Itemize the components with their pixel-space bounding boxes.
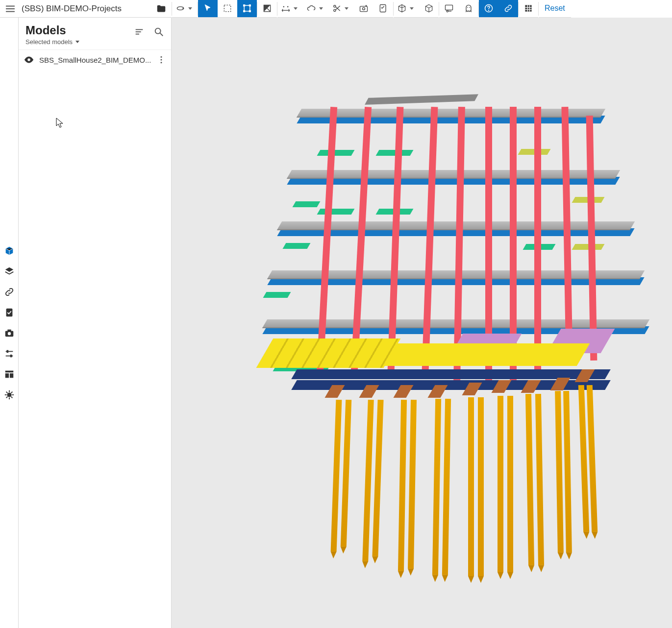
folder-icon[interactable] (156, 3, 167, 14)
rail-layers-icon[interactable] (2, 265, 16, 278)
svg-line-49 (6, 397, 7, 398)
area-select-button[interactable] (218, 0, 237, 18)
rail-clipboard-check-icon[interactable] (2, 306, 16, 319)
svg-point-42 (7, 392, 11, 397)
svg-rect-3 (249, 5, 250, 6)
building-model-render (221, 67, 613, 605)
panel-title: Models (25, 24, 79, 37)
svg-point-15 (363, 7, 365, 10)
svg-line-47 (6, 392, 7, 393)
svg-rect-14 (360, 6, 368, 12)
wireframe-button[interactable] (419, 0, 439, 18)
rail-columns-icon[interactable] (2, 367, 16, 381)
svg-point-9 (287, 6, 289, 7)
svg-point-58 (161, 59, 162, 61)
section-cut-button[interactable] (328, 0, 354, 18)
app-rail (0, 18, 19, 628)
svg-point-25 (488, 10, 489, 11)
svg-point-59 (161, 62, 162, 63)
project-title: (SBS) BIM-DEMO-Projects (22, 4, 150, 14)
svg-rect-5 (249, 10, 250, 12)
orbit-button[interactable] (172, 0, 198, 18)
svg-point-20 (447, 10, 448, 12)
model-list-item[interactable]: SBS_SmallHouse2_BIM_DEMO... (19, 50, 171, 70)
svg-point-22 (467, 7, 468, 8)
search-icon[interactable] (153, 26, 164, 37)
svg-point-23 (469, 7, 470, 8)
markup-cloud-button[interactable] (303, 0, 328, 18)
sort-icon[interactable] (134, 26, 145, 37)
reset-button[interactable]: Reset (539, 0, 571, 18)
svg-point-57 (161, 56, 162, 58)
visibility-toggle-icon[interactable] (24, 54, 34, 65)
link-button[interactable] (498, 0, 518, 18)
model-list: SBS_SmallHouse2_BIM_DEMO... (19, 50, 171, 628)
app-header: (SBS) BIM-DEMO-Projects (0, 0, 672, 18)
svg-line-48 (11, 392, 12, 393)
svg-rect-18 (380, 5, 386, 12)
models-panel: Models Selected models SBS_SmallHouse2_B… (19, 18, 172, 628)
view-cube-button[interactable] (394, 0, 419, 18)
svg-rect-38 (10, 355, 12, 358)
model-name: SBS_SmallHouse2_BIM_DEMO... (39, 56, 151, 64)
svg-line-50 (11, 397, 12, 398)
isolate-button[interactable] (257, 0, 277, 18)
ghost-mode-button[interactable] (459, 0, 478, 18)
presentation-button[interactable] (439, 0, 459, 18)
bounding-select-button[interactable] (237, 0, 257, 18)
panel-header: Models Selected models (19, 18, 171, 50)
measure-button[interactable] (277, 0, 303, 18)
grid-button[interactable] (519, 0, 538, 18)
3d-viewport[interactable] (172, 18, 672, 628)
panel-filter-label: Selected models (25, 38, 73, 46)
svg-rect-39 (5, 371, 13, 373)
svg-point-56 (27, 58, 30, 61)
svg-point-33 (7, 332, 10, 335)
menu-icon[interactable] (5, 3, 16, 14)
svg-rect-34 (7, 330, 11, 332)
help-button[interactable] (479, 0, 498, 18)
svg-rect-19 (446, 5, 453, 10)
svg-rect-41 (9, 373, 13, 378)
rail-models-icon[interactable] (2, 244, 16, 258)
select-pointer-button[interactable] (198, 0, 218, 18)
header-left: (SBS) BIM-DEMO-Projects (0, 3, 172, 14)
svg-rect-37 (6, 350, 8, 353)
rail-bug-icon[interactable] (2, 388, 16, 402)
rail-camera-icon[interactable] (2, 326, 16, 340)
svg-line-13 (336, 6, 340, 10)
svg-line-12 (336, 7, 340, 11)
svg-rect-4 (244, 10, 245, 12)
svg-rect-40 (5, 373, 8, 378)
top-toolbar: Reset (172, 0, 672, 18)
svg-line-55 (160, 33, 163, 36)
svg-rect-0 (224, 5, 230, 11)
svg-point-54 (155, 28, 161, 34)
svg-rect-26 (525, 5, 531, 11)
rail-sliders-icon[interactable] (2, 347, 16, 361)
svg-rect-31 (6, 309, 12, 317)
more-options-icon[interactable] (156, 55, 166, 65)
checklist-button[interactable] (373, 0, 393, 18)
svg-point-8 (283, 6, 285, 7)
svg-rect-2 (244, 5, 245, 6)
rail-link-icon[interactable] (2, 285, 16, 299)
panel-filter-dropdown[interactable]: Selected models (25, 38, 79, 46)
snapshot-button[interactable] (354, 0, 373, 18)
chevron-down-icon (75, 41, 79, 43)
